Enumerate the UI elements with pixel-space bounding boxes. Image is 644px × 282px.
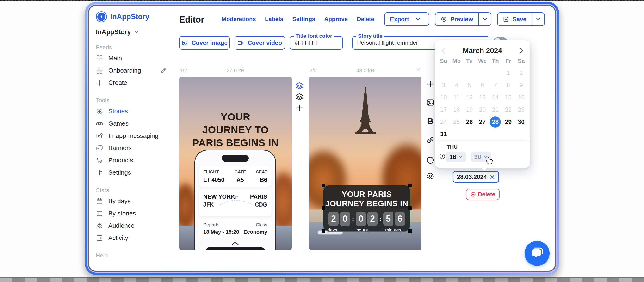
sidebar-item-by-stories[interactable]: By stories — [96, 207, 171, 220]
calendar-cell: 1 — [502, 67, 515, 79]
sidebar-section-label: Help — [96, 252, 171, 259]
selection-handle[interactable] — [408, 184, 412, 187]
selection-handle[interactable] — [322, 206, 325, 210]
plus-icon — [96, 79, 103, 86]
export-button[interactable]: Export — [384, 12, 429, 26]
time-picker: THU 16 30 — [435, 141, 530, 168]
sidebar-item-label: In-app-messaging — [108, 132, 158, 140]
save-button[interactable]: Save — [498, 13, 532, 26]
screenshot-stage: InAppStory InAppStory FeedsMainOnboardin… — [0, 0, 644, 282]
sidebar-item-onboarding[interactable]: Onboarding — [96, 64, 171, 77]
calendar-header: March 2024 — [435, 46, 530, 56]
selection-handle[interactable] — [408, 206, 412, 210]
sidebar-item-settings[interactable]: Settings — [96, 166, 171, 179]
calendar-day: 8 — [503, 80, 514, 91]
calendar-day[interactable]: 26 — [464, 116, 475, 128]
layers-icon[interactable] — [295, 92, 304, 101]
sidebar-item-label: By stories — [108, 210, 136, 217]
delete-schedule-button[interactable]: Delete — [466, 188, 500, 200]
countdown-unit-labels: dayshoursminutes — [324, 228, 410, 233]
scheduled-date-value: 28.03.2024 — [457, 174, 487, 180]
selection-handle[interactable] — [322, 184, 325, 187]
selection-handle[interactable] — [408, 230, 412, 233]
title-font-color-label: Title font color — [294, 33, 334, 39]
layers-icon-active[interactable] — [295, 82, 304, 90]
sliders-icon — [96, 169, 103, 176]
calendar-cell — [437, 67, 450, 79]
brand-logo[interactable]: InAppStory — [96, 11, 171, 23]
calendar-day: 2 — [516, 68, 527, 78]
slide2-close-icon[interactable] — [416, 67, 421, 72]
chevron-down-icon — [415, 16, 421, 22]
workspace-selector[interactable]: InAppStory — [96, 28, 171, 36]
sidebar-item-audience[interactable]: Audience — [96, 220, 171, 232]
calendar-cell — [450, 128, 463, 140]
countdown-unit-label: hours — [356, 228, 378, 233]
save-dropdown-caret[interactable] — [532, 13, 544, 26]
calendar-cell: 25 — [450, 116, 463, 128]
chat-widget-button[interactable] — [524, 241, 550, 266]
preview-dropdown-caret[interactable] — [478, 13, 491, 26]
sidebar-item-activity[interactable]: Activity — [96, 232, 171, 244]
title-font-color-field[interactable]: Title font color #FFFFFF — [290, 36, 343, 50]
pencil-icon — [160, 68, 166, 74]
sidebar-item-by-days[interactable]: By days — [96, 195, 171, 207]
chevron-down-icon — [134, 29, 139, 34]
window-frame-inner: InAppStory InAppStory FeedsMainOnboardin… — [87, 4, 557, 273]
hour-select[interactable]: 16 — [446, 152, 466, 162]
page-title: Editor — [179, 15, 204, 25]
calendar-cell: 23 — [515, 104, 528, 116]
sidebar-item-main[interactable]: Main — [96, 52, 171, 64]
gear-icon[interactable] — [426, 172, 435, 180]
calendar-day: 20 — [477, 104, 488, 115]
calendar-next-icon[interactable] — [518, 47, 525, 54]
calendar-weekday-row: SuMoTuWeThFrSa — [437, 58, 528, 64]
slide2-canvas[interactable]: YOUR PARISJOURNEY BEGINS IN 20:02:56 day… — [309, 77, 422, 250]
selection-handle[interactable] — [322, 230, 325, 233]
calendar-day: 18 — [451, 104, 462, 115]
chat-bubble-icon — [530, 246, 544, 261]
flight-label: FLIGHT — [203, 170, 224, 175]
calendar-day[interactable]: 29 — [503, 116, 514, 128]
chevron-up-icon — [232, 242, 239, 245]
calendar-day[interactable]: 31 — [438, 129, 449, 140]
scheduled-date-field[interactable]: 28.03.2024 — [453, 171, 499, 182]
preview-button[interactable]: Preview — [436, 13, 478, 26]
countdown-widget[interactable]: YOUR PARISJOURNEY BEGINS IN 20:02:56 day… — [324, 186, 410, 231]
banners-icon — [96, 144, 103, 152]
calendar-cell — [515, 128, 528, 140]
sidebar-item-in-app-messaging[interactable]: In-app-messaging — [96, 130, 171, 142]
sidebar-item-games[interactable]: Games — [96, 118, 171, 130]
cover-image-button[interactable]: Cover image — [179, 36, 230, 50]
sidebar-item-label: Create — [108, 79, 127, 86]
add-slide-icon[interactable] — [295, 104, 304, 112]
sidebar-item-stories[interactable]: Stories — [96, 105, 171, 118]
layout-icon — [96, 210, 103, 217]
sidebar-item-create[interactable]: Create — [96, 77, 171, 89]
topbar-link-settings[interactable]: Settings — [292, 16, 315, 22]
calendar-day: 11 — [451, 92, 462, 103]
add-element-icon[interactable] — [426, 80, 435, 88]
sidebar-item-products[interactable]: Products — [96, 154, 171, 166]
topbar-link-labels[interactable]: Labels — [265, 16, 283, 22]
insert-image-icon[interactable] — [426, 98, 435, 107]
inappstory-logo-icon — [96, 11, 107, 22]
sidebar-sections: FeedsMainOnboardingCreateToolsStoriesGam… — [96, 44, 171, 259]
topbar-link-delete[interactable]: Delete — [357, 16, 374, 22]
topbar-link-approve[interactable]: Approve — [324, 16, 348, 22]
calendar-day[interactable]: 30 — [516, 116, 527, 128]
topbar-link-moderations[interactable]: Moderations — [222, 16, 256, 22]
shape-tool-icon[interactable] — [426, 156, 435, 164]
brand-logo-text: InAppStory — [110, 12, 149, 21]
sidebar-item-banners[interactable]: Banners — [96, 142, 171, 154]
text-tool-icon[interactable]: B — [426, 116, 435, 125]
calendar-day: 9 — [516, 80, 527, 91]
gamepad-icon — [96, 120, 103, 127]
cover-video-button[interactable]: Cover video — [234, 36, 285, 50]
calendar-day[interactable]: 27 — [477, 116, 488, 128]
calendar-day-grid: 1234567891011121314151617181920212223242… — [437, 67, 528, 140]
clear-date-icon[interactable] — [490, 174, 495, 180]
calendar-day-selected[interactable]: 28 — [490, 116, 501, 128]
slide1-canvas[interactable]: YOURJOURNEY TOPARIS BEGINS IN FLIGHTLT 4… — [179, 77, 292, 250]
link-tool-icon[interactable] — [426, 136, 435, 144]
